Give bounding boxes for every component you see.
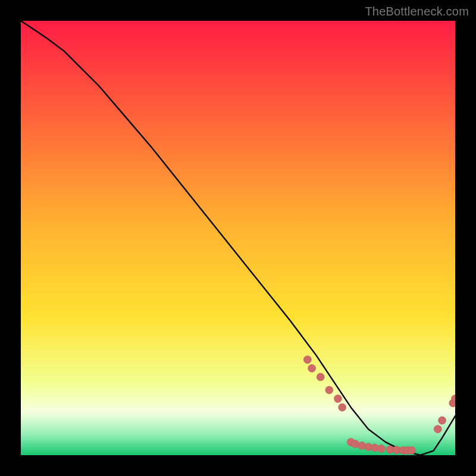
data-marker — [377, 445, 385, 453]
chart-stage: TheBottleneck.com — [0, 0, 476, 476]
data-marker — [439, 416, 446, 424]
data-marker — [317, 373, 324, 381]
gradient-background — [21, 21, 455, 455]
attribution-text: TheBottleneck.com — [365, 5, 469, 18]
data-marker — [325, 386, 333, 394]
data-marker — [434, 425, 441, 433]
data-marker — [408, 446, 416, 454]
data-marker — [308, 365, 316, 372]
data-marker — [334, 395, 342, 403]
chart-svg — [21, 21, 455, 455]
plot-area — [21, 21, 455, 455]
data-marker — [303, 356, 311, 364]
data-marker — [339, 403, 346, 411]
